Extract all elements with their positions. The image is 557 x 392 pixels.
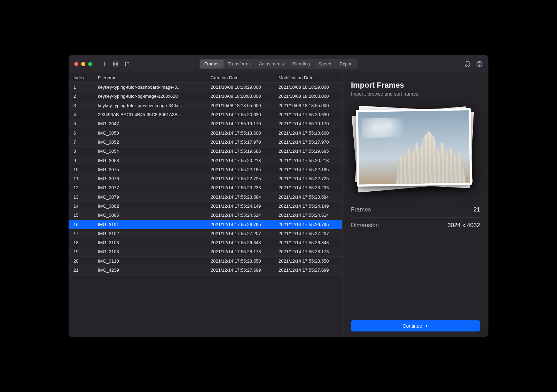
info-value: 3024 x 4032 [447, 222, 480, 229]
cell-modification: 2021/12/14 17:55:26.348 [274, 240, 342, 245]
cell-index: 15 [69, 213, 96, 218]
column-header-creation[interactable]: Creation Date [206, 74, 274, 81]
table-row[interactable]: 20IMG_31102021/12/14 17:55:28.5502021/12… [69, 257, 342, 266]
chevron-right-icon [424, 324, 429, 328]
cell-filename: IMG_3075 [96, 167, 206, 172]
table-row[interactable]: 15IMG_30852021/12/14 17:55:24.5142021/12… [69, 211, 342, 220]
table-row[interactable]: 18IMG_31032021/12/14 17:55:26.3482021/12… [69, 238, 342, 247]
cell-index: 2 [69, 94, 96, 99]
cell-modification: 2021/12/14 17:55:20.630 [274, 112, 342, 117]
cell-modification: 2021/12/14 17:55:19.685 [274, 149, 342, 154]
cell-creation: 2021/12/14 17:55:20.218 [206, 158, 274, 163]
continue-button[interactable]: Continue [351, 320, 480, 331]
cell-filename: IMG_3058 [96, 158, 206, 163]
svg-rect-0 [113, 62, 115, 64]
cell-modification: 2021/12/14 17:55:17.970 [274, 139, 342, 145]
preview-stack [353, 106, 478, 193]
cell-creation: 2021/12/14 17:55:24.149 [206, 203, 274, 209]
cell-creation: 2021/12/14 17:55:27.699 [206, 267, 274, 273]
cell-index: 11 [69, 176, 96, 181]
cell-modification: 2021/12/14 17:55:23.233 [274, 185, 342, 190]
cell-creation: 2021/12/14 17:55:27.207 [206, 231, 274, 236]
column-header-modification[interactable]: Modification Date [274, 74, 342, 81]
cell-filename: IMG_3082 [96, 203, 206, 209]
table-row[interactable]: 10IMG_30752021/12/14 17:55:22.1852021/12… [69, 165, 342, 174]
cell-index: 20 [69, 258, 96, 264]
table-row[interactable]: 19IMG_31082021/12/14 17:55:28.1732021/12… [69, 247, 342, 256]
cell-creation: 2021/10/08 18:18:55.000 [206, 103, 274, 108]
table-row[interactable]: 8IMG_30542021/12/14 17:55:19.6852021/12/… [69, 147, 342, 156]
document-settings-icon[interactable] [464, 61, 471, 67]
cell-filename: IMG_3052 [96, 139, 206, 145]
tab-speed[interactable]: Speed [314, 59, 336, 69]
table-row[interactable]: 4293496AB-BACD-4B45-95C8-8061A3B...2021/… [69, 110, 342, 119]
cell-modification: 2021/12/14 17:55:18.600 [274, 130, 342, 136]
cell-index: 10 [69, 167, 96, 172]
window-close-button[interactable] [74, 62, 78, 66]
inspector-title: Import Frames [351, 81, 480, 90]
preview-image [358, 110, 470, 185]
table-row[interactable]: 21IMG_42392021/12/14 17:55:27.6992021/12… [69, 266, 342, 275]
column-header-index[interactable]: Index [69, 74, 96, 81]
cell-creation: 2021/12/14 17:55:18.600 [206, 130, 274, 136]
table-row[interactable]: 11IMG_30762021/12/14 17:55:22.7252021/12… [69, 174, 342, 183]
table-row[interactable]: 7IMG_30522021/12/14 17:55:17.9702021/12/… [69, 138, 342, 147]
table-row[interactable]: 9IMG_30582021/12/14 17:55:20.2182021/12/… [69, 156, 342, 165]
cell-creation: 2021/12/14 17:55:24.514 [206, 213, 274, 218]
cell-index: 9 [69, 158, 96, 163]
add-icon[interactable] [101, 61, 108, 67]
info-value: 21 [473, 206, 480, 213]
cell-index: 16 [69, 222, 96, 227]
cell-modification: 2021/12/14 17:55:26.795 [274, 222, 342, 227]
window-maximize-button[interactable] [88, 62, 92, 66]
help-icon[interactable] [476, 61, 483, 67]
tab-frames[interactable]: Frames [200, 59, 224, 69]
column-header-filename[interactable]: Filename [96, 74, 206, 81]
cell-modification: 2021/12/14 17:55:27.699 [274, 267, 342, 273]
window-controls [74, 62, 92, 66]
table-row[interactable]: 12IMG_30772021/12/14 17:55:23.2332021/12… [69, 183, 342, 192]
cell-modification: 2021/10/08 18:20:03.000 [274, 94, 342, 99]
table-row[interactable]: 13IMG_30792021/12/14 17:55:23.5842021/12… [69, 193, 342, 202]
cell-creation: 2021/12/14 17:55:28.173 [206, 249, 274, 254]
table-row[interactable]: 2keykey-typing-tutor-og-image-1200x62820… [69, 92, 342, 101]
grid-icon[interactable] [112, 61, 119, 67]
tab-export[interactable]: Export [336, 59, 357, 69]
cell-index: 17 [69, 231, 96, 236]
cell-index: 14 [69, 203, 96, 209]
cell-creation: 2021/12/14 17:55:23.584 [206, 194, 274, 200]
tab-adjustments[interactable]: Adjustments [255, 59, 288, 69]
info-label: Dimension [351, 222, 379, 229]
cell-creation: 2021/12/14 17:55:26.348 [206, 240, 274, 245]
cell-filename: IMG_3103 [96, 240, 206, 245]
cell-creation: 2021/12/14 17:55:26.795 [206, 222, 274, 227]
info-row-dimension: Dimension 3024 x 4032 [351, 217, 480, 233]
table-row[interactable]: 3keykey-typing-tutor-preview-image-340x.… [69, 101, 342, 110]
table-row[interactable]: 14IMG_30822021/12/14 17:55:24.1492021/12… [69, 202, 342, 211]
table-row[interactable]: 5IMG_30472021/12/14 17:55:19.1702021/12/… [69, 119, 342, 128]
cell-index: 18 [69, 240, 96, 245]
cell-filename: IMG_3102 [96, 231, 206, 236]
cell-filename: keykey-typing-tutor-og-image-1200x628 [96, 94, 206, 99]
info-label: Frames [351, 206, 371, 213]
table-row[interactable]: 16IMG_31012021/12/14 17:55:26.7952021/12… [69, 220, 342, 229]
cell-filename: IMG_3079 [96, 194, 206, 200]
svg-point-6 [479, 65, 480, 66]
cell-creation: 2021/10/08 18:18:29.000 [206, 85, 274, 90]
cell-filename: IMG_3050 [96, 130, 206, 136]
table-row[interactable]: 17IMG_31022021/12/14 17:55:27.2072021/12… [69, 229, 342, 238]
sort-icon[interactable] [124, 61, 130, 67]
cell-index: 13 [69, 194, 96, 200]
cell-modification: 2021/12/14 17:55:28.550 [274, 258, 342, 264]
cell-modification: 2021/12/14 17:55:24.149 [274, 203, 342, 209]
table-row[interactable]: 6IMG_30502021/12/14 17:55:18.6002021/12/… [69, 128, 342, 137]
frames-table: Index Filename Creation Date Modificatio… [69, 73, 342, 337]
tab-transforms[interactable]: Transforms [224, 59, 255, 69]
cell-index: 1 [69, 85, 96, 90]
app-window: FramesTransformsAdjustmentsBlendingSpeed… [69, 55, 488, 337]
tab-blending[interactable]: Blending [288, 59, 314, 69]
window-minimize-button[interactable] [81, 62, 85, 66]
cell-creation: 2021/12/14 17:55:17.970 [206, 139, 274, 145]
svg-rect-3 [116, 64, 118, 66]
table-row[interactable]: 1keykey-typing-tutor-dashboard-image-3..… [69, 83, 342, 92]
